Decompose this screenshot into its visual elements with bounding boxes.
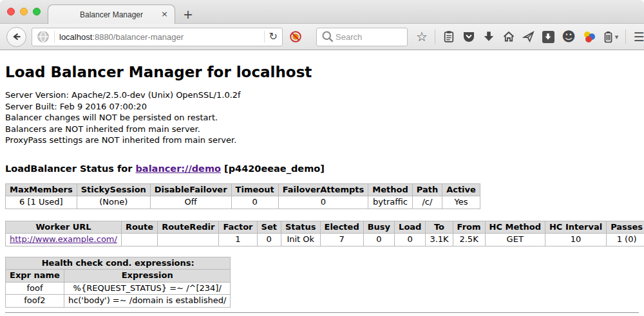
balancer-params-table: MaxMembers StickySession DisableFailover…: [5, 183, 480, 209]
page-end-divider: [5, 312, 639, 313]
zoom-window-button[interactable]: [33, 8, 41, 15]
persist-note-line: Balancer changes will NOT be persisted o…: [5, 112, 639, 124]
header-cell: Elected: [320, 221, 363, 234]
heading-prefix: LoadBalancer Status for: [5, 163, 132, 174]
balancer-demo-link[interactable]: balancer://demo: [135, 163, 221, 174]
navigation-toolbar: localhost:8880/balancer-manager ↻ ☆: [0, 24, 644, 50]
extension-container-button[interactable]: ▾: [603, 31, 619, 43]
toolbar-icons: ☆ ☻: [416, 30, 644, 44]
heading-suffix: [p4420eeae_demo]: [224, 163, 325, 174]
cell-factor: 1: [219, 234, 257, 246]
send-to-device-icon[interactable]: [522, 30, 535, 43]
table-row: foof2 hc('body') =~ /domain is establish…: [6, 295, 231, 308]
header-cell: HC Interval: [545, 221, 606, 234]
worker-status-table: Worker URL Route RouteRedir Factor Set S…: [5, 221, 644, 246]
url-path: :8880/balancer-manager: [92, 32, 184, 42]
header-cell: Busy: [363, 221, 394, 234]
cell-timeout: 0: [231, 196, 278, 209]
tab-close-icon[interactable]: ×: [161, 10, 168, 18]
pocket-icon[interactable]: [462, 30, 475, 43]
cell-to: 3.1K: [426, 234, 453, 246]
cell-disablefailover: Off: [150, 196, 231, 209]
cell-worker-url: http://www.example.com/: [6, 234, 122, 246]
proxypass-note-line: ProxyPass settings are NOT inherited fro…: [5, 135, 639, 146]
urlbar-divider: [54, 31, 55, 42]
cell-set: 0: [257, 234, 281, 246]
header-cell: Passes: [607, 221, 644, 234]
search-bar[interactable]: [316, 28, 408, 46]
header-cell: MaxMembers: [6, 183, 77, 196]
header-cell: To: [426, 221, 453, 234]
header-cell: RouteRedir: [158, 221, 219, 234]
minimize-window-button[interactable]: [20, 8, 28, 15]
worker-url-link[interactable]: http://www.example.com/: [10, 234, 117, 244]
header-cell: Factor: [219, 221, 257, 234]
header-cell: Active: [442, 183, 480, 196]
menu-hamburger-icon[interactable]: ☰: [633, 31, 644, 43]
new-tab-button[interactable]: +: [183, 8, 193, 21]
cell-load: 0: [395, 234, 426, 246]
cell-expr-name: foof: [6, 282, 64, 295]
health-check-table: Health check cond. expressions: Expr nam…: [5, 257, 231, 308]
cell-busy: 0: [363, 234, 394, 246]
dropdown-caret-icon: ▾: [615, 33, 619, 41]
reload-icon[interactable]: ↻: [269, 32, 278, 42]
back-button[interactable]: [6, 27, 26, 47]
cell-status: Init Ok: [281, 234, 320, 246]
back-arrow-icon: [12, 32, 22, 42]
cell-maxmembers: 6 [1 Used]: [6, 196, 77, 209]
server-info: Server Version: Apache/2.5.0-dev (Unix) …: [5, 89, 639, 146]
adblock-icon[interactable]: [289, 30, 302, 43]
search-icon: [321, 30, 334, 43]
table-title-row: Health check cond. expressions:: [6, 257, 231, 270]
header-cell: Set: [257, 221, 281, 234]
container-battery-icon: [603, 31, 614, 43]
cell-route: [121, 234, 157, 246]
header-cell: Expression: [64, 270, 231, 283]
extension-chat-smiley-icon[interactable]: ☻: [562, 30, 576, 44]
cell-stickysession: (None): [77, 196, 150, 209]
white-down-arrow: [544, 33, 552, 41]
window-controls: [7, 8, 41, 15]
table-header-row: Worker URL Route RouteRedir Factor Set S…: [6, 221, 644, 234]
extension-downloadhelper-icon[interactable]: [583, 30, 596, 43]
header-cell: Timeout: [231, 183, 278, 196]
cell-routeredir: [158, 234, 219, 246]
home-icon[interactable]: [502, 30, 515, 43]
toolbar-divider: [625, 30, 626, 44]
cell-path: /c/: [412, 196, 442, 209]
server-built-line: Server Built: Feb 9 2016 07:00:20: [5, 101, 639, 113]
close-window-button[interactable]: [7, 8, 15, 15]
balancer-status-heading: LoadBalancer Status for balancer://demo …: [5, 163, 639, 174]
cell-expr-name: foof2: [6, 295, 64, 308]
url-bar[interactable]: localhost:8880/balancer-manager ↻: [32, 28, 283, 46]
toolbar-divider: [435, 30, 435, 44]
url-text[interactable]: localhost:8880/balancer-manager: [59, 32, 260, 42]
site-identity-globe-icon[interactable]: [37, 30, 50, 43]
cell-elected: 7: [320, 234, 363, 246]
reading-list-clipboard-icon[interactable]: [442, 30, 455, 43]
header-cell: Route: [121, 221, 157, 234]
table-row: 6 [1 Used] (None) Off 0 0 bytraffic /c/ …: [6, 196, 480, 209]
browser-tab[interactable]: Balancer Manager ×: [48, 5, 175, 24]
health-table-title: Health check cond. expressions:: [6, 257, 231, 270]
inherit-note-line: Balancers are NOT inherited from main se…: [5, 124, 639, 135]
downloads-icon[interactable]: [482, 30, 495, 43]
extension-download-box-icon[interactable]: [542, 31, 554, 43]
header-cell: From: [453, 221, 485, 234]
header-cell: Worker URL: [6, 221, 122, 234]
bookmark-star-icon[interactable]: ☆: [416, 30, 428, 43]
header-cell: DisableFailover: [150, 183, 231, 196]
url-host: localhost: [59, 32, 92, 42]
cell-failoverattempts: 0: [278, 196, 368, 209]
header-cell: StickySession: [77, 183, 150, 196]
table-row: foof %{REQUEST_STATUS} =~ /^[234]/: [6, 282, 231, 295]
table-header-row: Expr name Expression: [6, 270, 231, 283]
tab-title: Balancer Manager: [80, 10, 143, 19]
search-input[interactable]: [334, 32, 402, 42]
cell-method: bytraffic: [368, 196, 412, 209]
page-content: Load Balancer Manager for localhost Serv…: [0, 64, 644, 313]
table-header-row: MaxMembers StickySession DisableFailover…: [6, 183, 480, 196]
table-row: http://www.example.com/ 1 0 Init Ok 7 0 …: [6, 234, 644, 246]
cell-expression: hc('body') =~ /domain is established/: [64, 295, 231, 308]
